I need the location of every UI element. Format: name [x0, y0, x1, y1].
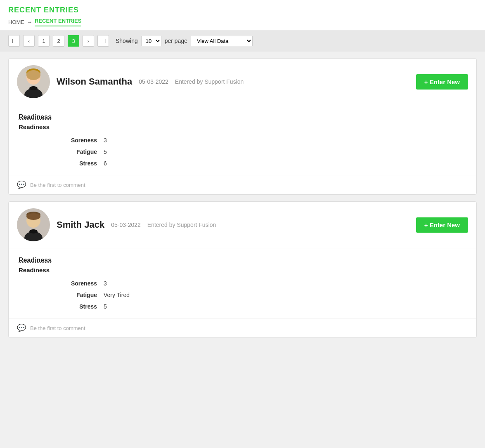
metric-label: Fatigue	[68, 292, 97, 298]
breadcrumb-home[interactable]: HOME	[8, 19, 24, 25]
card-footer: 💬 Be the first to comment	[9, 318, 476, 337]
metrics-table: Soreness 3 Fatigue 5 Stress 6	[68, 137, 466, 167]
metric-value: 3	[104, 137, 107, 144]
metric-value: Very Tired	[104, 292, 130, 298]
metric-value: 5	[104, 149, 107, 155]
next-page-button[interactable]: ›	[83, 35, 94, 47]
comment-placeholder: Be the first to comment	[30, 182, 85, 188]
page-title: RECENT ENTRIES	[8, 6, 477, 14]
user-name: Wilson Samantha	[57, 76, 132, 87]
view-data-select[interactable]: View All Data View Active View Inactive	[191, 36, 253, 46]
entered-by: Entered by Support Fusion	[147, 222, 216, 228]
metric-label: Soreness	[68, 280, 97, 287]
first-page-button[interactable]: ⊢	[8, 35, 20, 47]
metrics-table: Soreness 3 Fatigue Very Tired Stress 5	[68, 280, 466, 310]
user-info: Smith Jack 05-03-2022 Entered by Support…	[57, 219, 409, 230]
enter-new-button[interactable]: + Enter New	[416, 217, 468, 233]
user-name: Smith Jack	[57, 219, 104, 230]
section-heading: Readiness	[19, 113, 466, 121]
entry-card: Wilson Samantha 05-03-2022 Entered by Su…	[8, 58, 477, 195]
breadcrumb-current: RECENT ENTRIES	[35, 18, 81, 26]
main-content: Wilson Samantha 05-03-2022 Entered by Su…	[0, 52, 485, 344]
svg-point-10	[26, 213, 40, 220]
metric-row: Fatigue 5	[68, 149, 466, 155]
card-header: Smith Jack 05-03-2022 Entered by Support…	[9, 202, 476, 248]
svg-point-11	[29, 229, 38, 233]
metric-value: 3	[104, 280, 107, 287]
card-body: Readiness Readiness Soreness 3 Fatigue V…	[9, 248, 476, 318]
svg-point-4	[26, 70, 40, 80]
per-page-select[interactable]: 5 10 20 50	[141, 36, 161, 46]
section-heading: Readiness	[19, 257, 466, 264]
metric-label: Soreness	[68, 137, 97, 144]
section-subheading: Readiness	[19, 123, 466, 130]
page-3-button[interactable]: 3	[68, 35, 79, 47]
page-2-button[interactable]: 2	[53, 35, 64, 47]
entry-card: Smith Jack 05-03-2022 Entered by Support…	[8, 201, 477, 338]
page-header: RECENT ENTRIES HOME → RECENT ENTRIES	[0, 0, 485, 30]
showing-label: Showing	[116, 38, 138, 44]
card-header: Wilson Samantha 05-03-2022 Entered by Su…	[9, 59, 476, 105]
breadcrumb: HOME → RECENT ENTRIES	[8, 18, 477, 30]
entry-date: 05-03-2022	[139, 78, 168, 85]
last-page-button[interactable]: ⊣	[97, 35, 109, 47]
comment-icon: 💬	[17, 323, 26, 332]
breadcrumb-arrow: →	[27, 19, 32, 25]
metric-label: Fatigue	[68, 149, 97, 155]
per-page-label: per page	[165, 38, 187, 44]
card-footer: 💬 Be the first to comment	[9, 175, 476, 194]
user-info: Wilson Samantha 05-03-2022 Entered by Su…	[57, 76, 409, 87]
prev-page-button[interactable]: ‹	[23, 35, 35, 47]
toolbar: ⊢ ‹ 1 2 3 › ⊣ Showing 5 10 20 50 per pag…	[0, 30, 485, 52]
metric-value: 5	[104, 303, 107, 310]
section-subheading: Readiness	[19, 266, 466, 274]
comment-placeholder: Be the first to comment	[30, 325, 85, 331]
comment-icon: 💬	[17, 180, 26, 189]
metric-value: 6	[104, 160, 107, 167]
enter-new-button[interactable]: + Enter New	[416, 74, 468, 90]
metric-row: Soreness 3	[68, 137, 466, 144]
metric-row: Fatigue Very Tired	[68, 292, 466, 298]
metric-row: Stress 6	[68, 160, 466, 167]
metric-row: Stress 5	[68, 303, 466, 310]
avatar	[17, 208, 50, 241]
metric-row: Soreness 3	[68, 280, 466, 287]
metric-label: Stress	[68, 160, 97, 167]
avatar	[17, 65, 50, 98]
page-1-button[interactable]: 1	[38, 35, 50, 47]
entered-by: Entered by Support Fusion	[175, 78, 244, 85]
svg-point-5	[29, 86, 38, 90]
card-body: Readiness Readiness Soreness 3 Fatigue 5…	[9, 105, 476, 175]
metric-label: Stress	[68, 303, 97, 310]
entry-date: 05-03-2022	[111, 222, 141, 228]
